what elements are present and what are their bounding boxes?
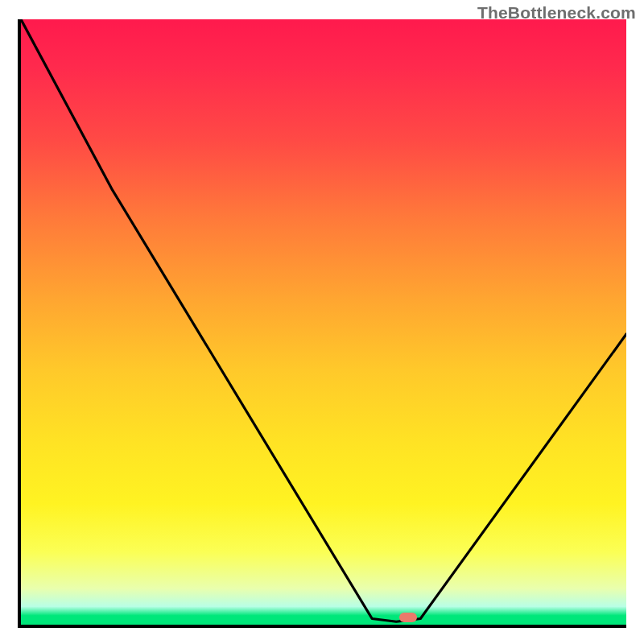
chart-canvas: TheBottleneck.com bbox=[0, 0, 644, 644]
optimal-marker bbox=[399, 613, 417, 622]
bottleneck-curve bbox=[21, 19, 626, 625]
plot-area bbox=[18, 19, 626, 628]
